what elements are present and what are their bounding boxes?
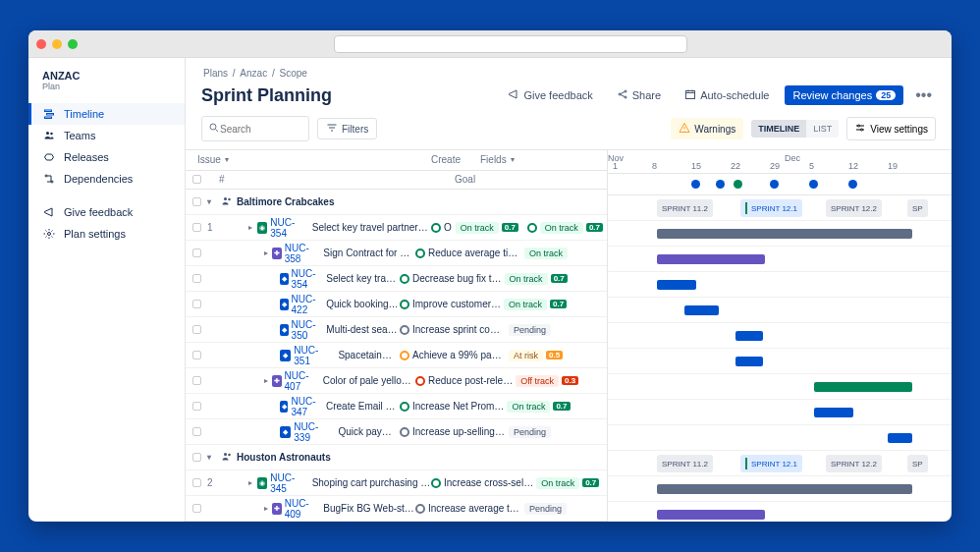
gantt-bar[interactable] bbox=[814, 408, 853, 417]
issue-key[interactable]: NUC-409 bbox=[285, 498, 318, 520]
sprint-chip[interactable]: SPRINT 12.2 bbox=[826, 455, 882, 472]
col-issue-header[interactable]: Issue bbox=[197, 154, 221, 165]
issue-row[interactable]: 2 ▸ ◉ NUC-345 Shoping cart purchasing is… bbox=[186, 470, 607, 496]
status-icon bbox=[431, 223, 441, 233]
review-count-badge: 25 bbox=[876, 90, 896, 100]
sprint-chip[interactable]: SPRINT 12.1 bbox=[740, 455, 802, 472]
sidebar-plan-settings[interactable]: Plan settings bbox=[28, 223, 185, 245]
url-input[interactable] bbox=[334, 35, 687, 53]
checkbox[interactable] bbox=[192, 248, 201, 257]
checkbox[interactable] bbox=[192, 351, 201, 359]
search-input-wrapper[interactable] bbox=[201, 116, 309, 141]
issue-row[interactable]: ◆ NUC-339 Quick payment Increase up-sell… bbox=[186, 419, 607, 445]
gantt-bar[interactable] bbox=[684, 305, 719, 315]
auto-schedule-button[interactable]: Auto-schedule bbox=[677, 84, 777, 106]
issue-key[interactable]: NUC-351 bbox=[294, 345, 332, 366]
more-actions-button[interactable]: ••• bbox=[911, 83, 936, 108]
gantt-bar[interactable] bbox=[814, 382, 912, 392]
checkbox[interactable] bbox=[192, 402, 201, 411]
warnings-button[interactable]: Warnings bbox=[671, 118, 743, 139]
gantt-bar[interactable] bbox=[657, 510, 765, 520]
issue-key[interactable]: NUC-345 bbox=[270, 472, 305, 494]
issue-key[interactable]: NUC-407 bbox=[285, 370, 317, 392]
issue-type-icon: ✚ bbox=[272, 248, 282, 259]
checkbox[interactable] bbox=[192, 453, 201, 462]
sidebar-give-feedback[interactable]: Give feedback bbox=[28, 201, 185, 223]
sidebar-item-timeline[interactable]: Timeline bbox=[28, 103, 185, 125]
breadcrumb[interactable]: Plans / Anzac / Scope bbox=[186, 58, 952, 83]
col-fields-header[interactable]: Fields bbox=[480, 154, 507, 165]
issue-row[interactable]: 1 ▸ ◉ NUC-354 Select key travel partners… bbox=[186, 215, 607, 241]
review-changes-button[interactable]: Review changes 25 bbox=[785, 85, 903, 105]
gantt-bar[interactable] bbox=[735, 331, 763, 341]
chevron-down-icon: ▾ bbox=[511, 155, 515, 164]
gantt-bar[interactable] bbox=[735, 357, 763, 366]
issue-type-icon: ✚ bbox=[272, 375, 282, 387]
checkbox[interactable] bbox=[192, 478, 201, 487]
list-tab[interactable]: LIST bbox=[806, 120, 839, 138]
sprint-chip[interactable]: SPRINT 11.2 bbox=[657, 455, 713, 472]
chevron-right-icon[interactable]: ▸ bbox=[264, 376, 272, 385]
timeline-row bbox=[608, 502, 952, 522]
checkbox[interactable] bbox=[192, 427, 201, 436]
sliders-icon bbox=[854, 122, 866, 136]
chevron-right-icon[interactable]: ▸ bbox=[264, 504, 272, 513]
share-button[interactable]: Share bbox=[609, 84, 669, 106]
checkbox[interactable] bbox=[192, 504, 201, 513]
chevron-right-icon[interactable]: ▸ bbox=[248, 478, 257, 487]
search-input[interactable] bbox=[220, 124, 299, 135]
sprint-chip[interactable]: SP bbox=[907, 199, 928, 217]
issue-row[interactable]: ▸ ✚ NUC-407 Color of pale yellow on our … bbox=[186, 368, 607, 394]
status-icon bbox=[400, 427, 409, 437]
chevron-right-icon[interactable]: ▸ bbox=[264, 248, 272, 257]
gantt-bar[interactable] bbox=[657, 484, 912, 494]
issue-key[interactable]: NUC-354 bbox=[270, 217, 306, 239]
gantt-bar[interactable] bbox=[657, 254, 765, 264]
checkbox[interactable] bbox=[192, 274, 201, 283]
team-row[interactable]: ▾Baltimore Crabcakes bbox=[186, 190, 607, 215]
col-create-header[interactable]: Create bbox=[431, 154, 480, 165]
issue-key[interactable]: NUC-350 bbox=[292, 319, 321, 341]
checkbox[interactable] bbox=[192, 376, 201, 385]
checkbox[interactable] bbox=[192, 325, 201, 334]
sprint-chip[interactable]: SP bbox=[907, 455, 928, 472]
checkbox[interactable] bbox=[192, 197, 201, 206]
sprint-chip[interactable]: SPRINT 11.2 bbox=[657, 199, 713, 217]
issue-row[interactable]: ◆ NUC-354 Select key travel partne Decre… bbox=[186, 266, 607, 292]
timeline-tab[interactable]: TIMELINE bbox=[751, 120, 806, 138]
view-settings-button[interactable]: View settings bbox=[846, 117, 936, 140]
gantt-bar[interactable] bbox=[657, 280, 696, 290]
issue-row[interactable]: ▸ ✚ NUC-409 BugFix BG Web-store app Incr… bbox=[186, 496, 607, 522]
sprint-chip[interactable]: SPRINT 12.2 bbox=[826, 199, 882, 217]
issue-type-icon: ◆ bbox=[280, 426, 291, 438]
issue-row[interactable]: ▸ ✚ NUC-358 Sign Contract for SunSpot Re… bbox=[186, 241, 607, 266]
issue-row[interactable]: ◆ NUC-351 Spacetainment Achieve a 99% pa… bbox=[186, 343, 607, 368]
gantt-bar[interactable] bbox=[888, 433, 912, 443]
traffic-lights[interactable] bbox=[36, 39, 78, 49]
issue-row[interactable]: ◆ NUC-350 Multi-dest search UI we Increa… bbox=[186, 317, 607, 343]
status-badge: At risk bbox=[509, 350, 543, 361]
sidebar-item-releases[interactable]: Releases bbox=[28, 146, 185, 168]
sidebar-item-teams[interactable]: Teams bbox=[28, 125, 185, 146]
chevron-right-icon[interactable]: ▸ bbox=[248, 223, 257, 232]
checkbox[interactable] bbox=[192, 223, 201, 232]
issue-type-icon: ◆ bbox=[280, 350, 291, 361]
team-row[interactable]: ▾Houston Astronauts bbox=[186, 445, 607, 470]
issue-row[interactable]: ◆ NUC-347 Create Email Campaign Increase… bbox=[186, 394, 607, 419]
issue-row[interactable]: ◆ NUC-422 Quick booking for accor Improv… bbox=[186, 292, 607, 317]
select-all-checkbox[interactable] bbox=[192, 175, 201, 184]
issue-key[interactable]: NUC-358 bbox=[285, 243, 318, 264]
issue-key[interactable]: NUC-339 bbox=[294, 421, 332, 443]
checkbox[interactable] bbox=[192, 300, 201, 308]
issue-key[interactable]: NUC-347 bbox=[291, 396, 319, 417]
sprint-chip[interactable]: SPRINT 12.1 bbox=[740, 199, 802, 217]
gantt-bar[interactable] bbox=[657, 229, 912, 239]
issue-key[interactable]: NUC-422 bbox=[292, 294, 321, 315]
view-toggle[interactable]: TIMELINE LIST bbox=[751, 120, 839, 138]
filters-button[interactable]: Filters bbox=[317, 118, 377, 139]
sidebar-item-dependencies[interactable]: Dependencies bbox=[28, 168, 185, 190]
give-feedback-button[interactable]: Give feedback bbox=[500, 84, 600, 106]
svg-rect-0 bbox=[45, 110, 52, 112]
issue-key[interactable]: NUC-354 bbox=[292, 268, 321, 290]
timeline-row bbox=[608, 476, 952, 502]
